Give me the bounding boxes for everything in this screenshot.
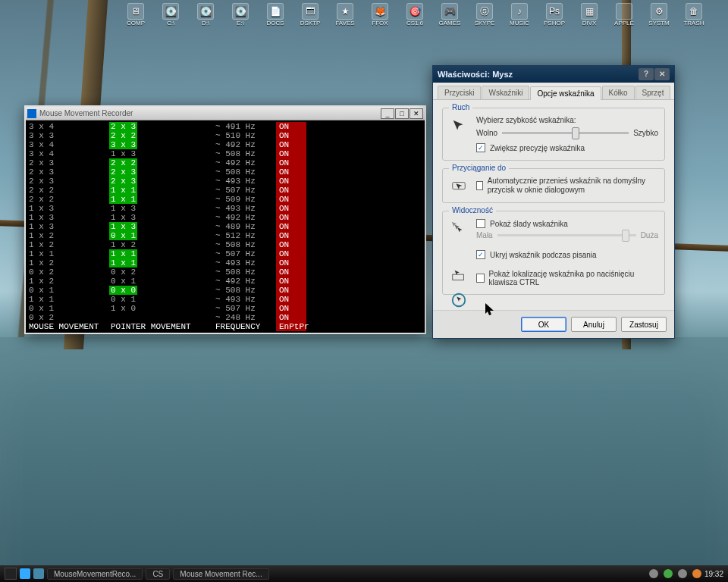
close-button[interactable]: ✕	[410, 108, 423, 119]
desktop-icon[interactable]: 💽D:\	[191, 3, 220, 29]
console-row: 2 x 32 x 3~ 508 HzON	[26, 167, 425, 177]
console-row: 3 x 42 x 3~ 491 HzON	[26, 122, 425, 131]
start-button[interactable]	[5, 568, 17, 580]
tab-opcje-wskaźnika[interactable]: Opcje wskaźnika	[530, 86, 601, 100]
desktop-icon[interactable]: 💽E:\	[226, 3, 255, 29]
trails-fast-label: Duża	[641, 231, 658, 239]
app-icon: 💽	[197, 3, 214, 20]
desktop-icon[interactable]: PsPSHOP	[540, 3, 569, 29]
console-row: 1 x 21 x 2~ 508 HzON	[26, 240, 425, 249]
checkbox-icon	[476, 250, 485, 259]
desktop-icon[interactable]: 🎮GAMES	[435, 3, 464, 29]
app-icon: 🎮	[441, 3, 458, 20]
desktop-icon[interactable]: 🗔DSKTP	[296, 3, 325, 29]
desktop-icon[interactable]: ★FAVES	[331, 3, 359, 29]
icon-label: CS1.6	[406, 20, 423, 27]
props-tabs: PrzyciskiWskaźnikiOpcje wskaźnikaKółkoSp…	[433, 83, 674, 100]
snap-icon	[449, 177, 469, 196]
quicklaunch-icon[interactable]	[33, 568, 44, 579]
desktop-icon[interactable]: 🖥COMP	[121, 3, 150, 29]
quicklaunch-icon[interactable]	[20, 568, 30, 579]
console-row: 0 x 10 x 0~ 508 HzON	[26, 286, 425, 295]
console-row: 2 x 21 x 1~ 509 HzON	[26, 195, 425, 204]
tray-icon[interactable]	[664, 569, 673, 578]
tray-icon[interactable]	[649, 569, 658, 578]
desktop-icon[interactable]: ♪MUSIC	[505, 3, 534, 29]
desktop-icon[interactable]: 🎯CS1.6	[400, 3, 429, 29]
hide-typing-checkbox[interactable]: Ukryj wskaźnik podczas pisania	[476, 250, 658, 259]
tray-icon[interactable]	[678, 569, 687, 578]
app-icon: ★	[337, 3, 353, 20]
app-icon: 💽	[232, 3, 249, 20]
icon-label: COMP	[127, 20, 145, 27]
trails-checkbox[interactable]: Pokaż ślady wskaźnika	[476, 219, 658, 228]
console-row: 0 x 20 x 2~ 508 HzON	[26, 268, 425, 277]
group-visibility: Widoczność Pokaż ślady wskaźnika Mała Du…	[442, 211, 665, 295]
app-icon: 📄	[267, 3, 284, 20]
hide-typing-icon	[449, 266, 469, 286]
props-close-button[interactable]: ✕	[654, 68, 670, 80]
trails-slider: Mała Duża	[476, 231, 658, 239]
taskbar-item[interactable]: Mouse Movement Rec...	[173, 568, 268, 580]
group-snap: Przyciąganie do Automatycznie przenieś w…	[442, 168, 665, 203]
group-motion: Ruch Wybierz szybkość wskaźnika: Wolno S…	[442, 108, 665, 161]
slow-label: Wolno	[476, 129, 497, 137]
app-icon: 🗔	[302, 3, 318, 20]
props-titlebar[interactable]: Właściwości: Mysz ? ✕	[433, 66, 674, 83]
ctrl-label: Pokaż lokalizację wskaźnika po naciśnięc…	[489, 270, 658, 286]
ok-button[interactable]: OK	[521, 317, 566, 332]
desktop-icon[interactable]: APPLE	[610, 3, 639, 29]
icon-label: E:\	[237, 20, 244, 27]
icon-label: SKYPE	[475, 20, 495, 27]
console-row: 1 x 31 x 3~ 492 HzON	[26, 213, 425, 222]
tray-icon[interactable]	[692, 569, 701, 578]
cancel-button[interactable]: Anuluj	[571, 317, 617, 332]
taskbar-item[interactable]: MouseMovementReco...	[47, 568, 143, 580]
trails-icon	[449, 219, 469, 239]
icon-label: FAVES	[335, 20, 354, 27]
ctrl-locate-icon	[449, 290, 469, 310]
speed-slider[interactable]: Wolno Szybko	[476, 129, 658, 137]
desktop-icon[interactable]: 💽C:\	[156, 3, 185, 29]
tab-kółko[interactable]: Kółko	[602, 86, 635, 99]
console-header-row: MOUSE MOVEMENTPOINTER MOVEMENTFREQUENCYE…	[26, 322, 425, 331]
checkbox-icon	[476, 181, 483, 190]
desktop-icon[interactable]: ⚙SYSTM	[645, 3, 673, 29]
tab-przyciski[interactable]: Przyciski	[438, 86, 481, 99]
precision-label: Zwiększ precyzję wskaźnika	[490, 144, 585, 152]
ctrl-locate-checkbox[interactable]: Pokaż lokalizację wskaźnika po naciśnięc…	[476, 270, 658, 286]
icon-label: APPLE	[614, 20, 634, 27]
desktop-icon[interactable]: ▦DIVX	[575, 3, 604, 29]
console-row: 1 x 11 x 1~ 507 HzON	[26, 249, 425, 258]
enhance-precision-checkbox[interactable]: Zwiększ precyzję wskaźnika	[476, 143, 658, 152]
icon-label: FFOX	[372, 20, 388, 27]
desktop-icon[interactable]: 🦊FFOX	[366, 3, 394, 29]
desktop-icon[interactable]: 📄DOCS	[261, 3, 290, 29]
icon-label: D:\	[202, 20, 209, 27]
apply-button[interactable]: Zastosuj	[621, 317, 667, 332]
icon-label: C:\	[167, 20, 174, 27]
snap-checkbox[interactable]: Automatycznie przenieś wskaźnik na domyś…	[476, 177, 658, 195]
console-row: 1 x 20 x 1~ 512 HzON	[26, 231, 425, 240]
hide-label: Ukryj wskaźnik podczas pisania	[490, 251, 597, 259]
checkbox-icon	[476, 143, 485, 152]
group-legend: Widoczność	[449, 206, 496, 214]
help-button[interactable]: ?	[639, 68, 654, 80]
app-icon: 🎯	[406, 3, 423, 20]
desktop-icon[interactable]: 🗑TRASH	[679, 3, 708, 29]
tab-sprzęt[interactable]: Sprzęt	[635, 86, 671, 99]
taskbar[interactable]: MouseMovementReco...CSMouse Movement Rec…	[0, 565, 728, 582]
console-row: 3 x 41 x 3~ 508 HzON	[26, 149, 425, 158]
app-icon: Ps	[546, 3, 563, 20]
maximize-button[interactable]: □	[395, 108, 409, 119]
desktop-icon[interactable]: ⓢSKYPE	[470, 3, 499, 29]
minimize-button[interactable]: _	[381, 108, 394, 119]
console-titlebar[interactable]: Mouse Movement Recorder _ □ ✕	[26, 107, 425, 120]
taskbar-item[interactable]: CS	[146, 568, 170, 580]
icon-label: SYSTM	[648, 20, 670, 27]
tab-wskaźniki[interactable]: Wskaźniki	[482, 86, 529, 99]
console-row: 2 x 32 x 3~ 493 HzON	[26, 177, 425, 186]
icon-label: DSKTP	[300, 20, 321, 27]
snap-label: Automatycznie przenieś wskaźnik na domyś…	[488, 177, 658, 195]
svg-rect-1	[453, 274, 464, 280]
